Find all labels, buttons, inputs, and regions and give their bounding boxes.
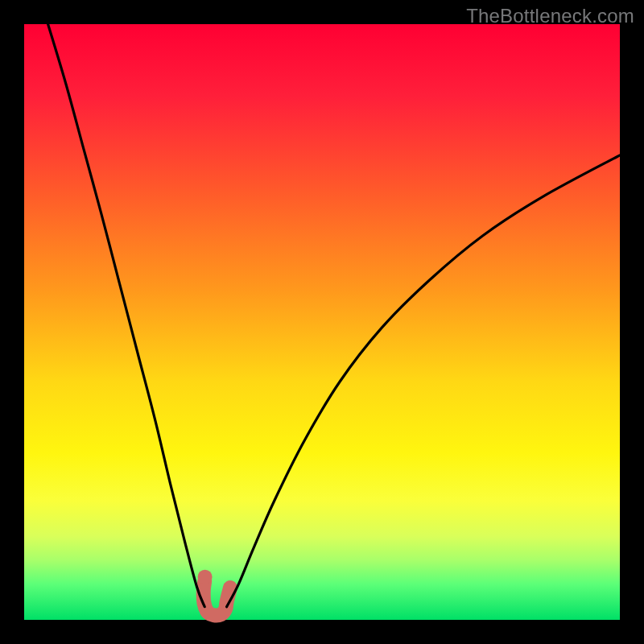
optimal-marker-dot [198, 570, 213, 584]
attribution-text: TheBottleneck.com [466, 5, 634, 27]
chart-container: { "attribution": "TheBottleneck.com", "c… [0, 0, 644, 644]
bottleneck-chart [0, 0, 644, 644]
plot-background [24, 24, 620, 620]
